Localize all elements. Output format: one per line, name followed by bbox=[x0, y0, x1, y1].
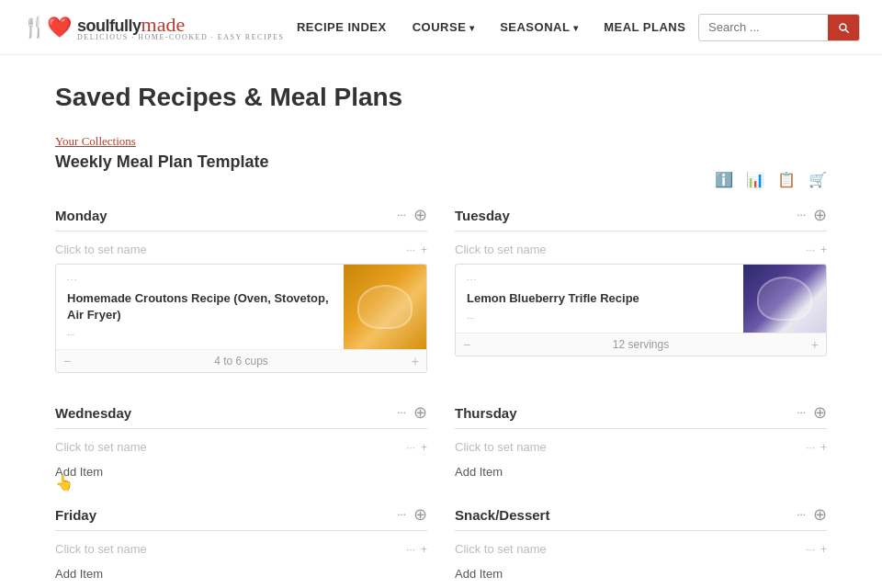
set-name-row: Click to set name ··· + bbox=[55, 436, 427, 461]
increase-qty-button[interactable]: + bbox=[811, 337, 819, 352]
set-name-row: Click to set name ··· + bbox=[455, 538, 827, 563]
search-icon bbox=[837, 21, 850, 34]
day-header-thursday: Thursday ··· ⊕ bbox=[455, 402, 827, 429]
set-name-input[interactable]: Click to set name bbox=[55, 243, 147, 256]
collection-name: Weekly Meal Plan Template bbox=[55, 153, 268, 172]
recipe-title: Homemade Croutons Recipe (Oven, Stovetop… bbox=[67, 290, 333, 323]
day-more-icon[interactable]: ··· bbox=[797, 208, 806, 222]
nav-recipe-index[interactable]: RECIPE INDEX bbox=[297, 20, 387, 34]
day-name-snack-dessert: Snack/Dessert bbox=[455, 507, 549, 523]
chart-icon[interactable]: 📊 bbox=[746, 171, 764, 188]
set-name-more[interactable]: ··· bbox=[806, 543, 815, 556]
day-add-icon[interactable]: ⊕ bbox=[813, 205, 827, 225]
logo-tagline: DELICIOUS · HOME-COOKED · EASY RECIPES bbox=[77, 33, 284, 41]
logo-name-main: soulfully bbox=[77, 17, 141, 35]
increase-qty-button[interactable]: + bbox=[412, 354, 419, 368]
day-header-icons: ··· ⊕ bbox=[797, 504, 827, 525]
info-icon[interactable]: ℹ️ bbox=[715, 171, 733, 188]
day-header-icons: ··· ⊕ bbox=[797, 205, 827, 225]
navigation: 🍴❤️ soulfullymade DELICIOUS · HOME-COOKE… bbox=[0, 0, 882, 55]
day-column-thursday: Thursday ··· ⊕ Click to set name ··· + A… bbox=[455, 402, 827, 482]
set-name-more[interactable]: ··· bbox=[806, 441, 815, 454]
nav-links: RECIPE INDEX COURSE SEASONAL MEAL PLANS bbox=[297, 20, 685, 34]
set-name-icons: ··· + bbox=[806, 543, 827, 556]
day-name-tuesday: Tuesday bbox=[455, 208, 510, 223]
set-name-add[interactable]: + bbox=[421, 243, 427, 256]
set-name-row: Click to set name ··· + bbox=[55, 538, 427, 563]
logo[interactable]: 🍴❤️ soulfullymade DELICIOUS · HOME-COOKE… bbox=[22, 13, 284, 41]
set-name-input[interactable]: Click to set name bbox=[55, 440, 147, 454]
recipe-servings: 4 to 6 cups bbox=[214, 355, 268, 368]
recipe-card-footer: − 12 servings + bbox=[456, 333, 826, 356]
day-name-wednesday: Wednesday bbox=[55, 405, 131, 421]
day-more-icon[interactable]: ··· bbox=[397, 507, 406, 522]
add-item-button[interactable]: Add Item bbox=[55, 563, 427, 584]
nav-meal-plans[interactable]: MEAL PLANS bbox=[604, 20, 685, 34]
day-add-icon[interactable]: ⊕ bbox=[413, 205, 427, 225]
day-header-icons: ··· ⊕ bbox=[797, 402, 827, 423]
add-item-button[interactable]: Add Item👆 bbox=[55, 461, 427, 482]
logo-fork-icon: 🍴❤️ bbox=[22, 16, 72, 40]
your-collections-link[interactable]: Your Collections bbox=[55, 134, 268, 149]
day-name-monday: Monday bbox=[55, 208, 107, 223]
day-add-icon[interactable]: ⊕ bbox=[413, 402, 427, 423]
decrease-qty-button[interactable]: − bbox=[463, 337, 470, 352]
search-button[interactable] bbox=[828, 15, 859, 40]
day-add-icon[interactable]: ⊕ bbox=[813, 402, 827, 423]
recipe-more-icon[interactable]: ··· bbox=[467, 312, 732, 323]
page-title: Saved Recipes & Meal Plans bbox=[55, 83, 827, 112]
day-header-icons: ··· ⊕ bbox=[397, 402, 427, 423]
recipe-more-icon[interactable]: ··· bbox=[67, 329, 333, 340]
search-input[interactable] bbox=[699, 15, 828, 40]
nav-seasonal[interactable]: SEASONAL bbox=[500, 20, 578, 34]
set-name-more[interactable]: ··· bbox=[406, 243, 415, 256]
set-name-more[interactable]: ··· bbox=[406, 441, 415, 454]
set-name-input[interactable]: Click to set name bbox=[455, 440, 547, 454]
day-header-icons: ··· ⊕ bbox=[397, 205, 427, 225]
day-more-icon[interactable]: ··· bbox=[397, 208, 406, 222]
set-name-icons: ··· + bbox=[406, 243, 427, 256]
set-name-add[interactable]: + bbox=[820, 543, 827, 556]
days-grid: Monday ··· ⊕ Click to set name ··· + ···… bbox=[55, 205, 827, 588]
recipe-servings: 12 servings bbox=[613, 338, 669, 351]
set-name-more[interactable]: ··· bbox=[806, 243, 815, 256]
day-header-friday: Friday ··· ⊕ bbox=[55, 504, 427, 531]
day-more-icon[interactable]: ··· bbox=[797, 405, 806, 420]
day-add-icon[interactable]: ⊕ bbox=[813, 504, 827, 525]
day-name-thursday: Thursday bbox=[455, 405, 517, 421]
day-column-friday: Friday ··· ⊕ Click to set name ··· + Add… bbox=[55, 504, 427, 584]
set-name-add[interactable]: + bbox=[820, 441, 827, 454]
main-content: Saved Recipes & Meal Plans Your Collecti… bbox=[0, 55, 882, 588]
decrease-qty-button[interactable]: − bbox=[63, 354, 71, 368]
set-name-add[interactable]: + bbox=[820, 243, 827, 256]
search-box bbox=[698, 14, 860, 41]
recipe-menu-icon[interactable]: ··· bbox=[67, 274, 333, 285]
day-column-monday: Monday ··· ⊕ Click to set name ··· + ···… bbox=[55, 205, 427, 380]
set-name-icons: ··· + bbox=[406, 543, 427, 556]
recipe-menu-icon[interactable]: ··· bbox=[467, 274, 732, 285]
cart-icon[interactable]: 🛒 bbox=[808, 171, 827, 188]
nav-course[interactable]: COURSE bbox=[413, 20, 474, 34]
set-name-add[interactable]: + bbox=[421, 543, 427, 556]
recipe-title: Lemon Blueberry Trifle Recipe bbox=[467, 290, 732, 307]
day-add-icon[interactable]: ⊕ bbox=[413, 504, 427, 525]
set-name-icons: ··· + bbox=[406, 441, 427, 454]
toolbar-row: Your Collections Weekly Meal Plan Templa… bbox=[55, 134, 827, 190]
collection-header: Your Collections Weekly Meal Plan Templa… bbox=[55, 134, 268, 190]
set-name-more[interactable]: ··· bbox=[406, 543, 415, 556]
set-name-add[interactable]: + bbox=[421, 441, 427, 454]
day-header-monday: Monday ··· ⊕ bbox=[55, 205, 427, 232]
day-header-wednesday: Wednesday ··· ⊕ bbox=[55, 402, 427, 429]
add-item-button[interactable]: Add Item bbox=[455, 461, 827, 482]
set-name-input[interactable]: Click to set name bbox=[455, 542, 547, 556]
day-column-tuesday: Tuesday ··· ⊕ Click to set name ··· + ··… bbox=[455, 205, 827, 380]
add-item-button[interactable]: Add Item bbox=[455, 563, 827, 584]
day-header-snack-dessert: Snack/Dessert ··· ⊕ bbox=[455, 504, 827, 531]
set-name-input[interactable]: Click to set name bbox=[455, 243, 547, 256]
day-more-icon[interactable]: ··· bbox=[797, 507, 806, 522]
toolbar-icons: ℹ️ 📊 📋 🛒 bbox=[715, 171, 827, 190]
day-name-friday: Friday bbox=[55, 507, 96, 523]
clipboard-icon[interactable]: 📋 bbox=[777, 171, 796, 188]
set-name-input[interactable]: Click to set name bbox=[55, 542, 147, 556]
day-more-icon[interactable]: ··· bbox=[397, 405, 406, 420]
